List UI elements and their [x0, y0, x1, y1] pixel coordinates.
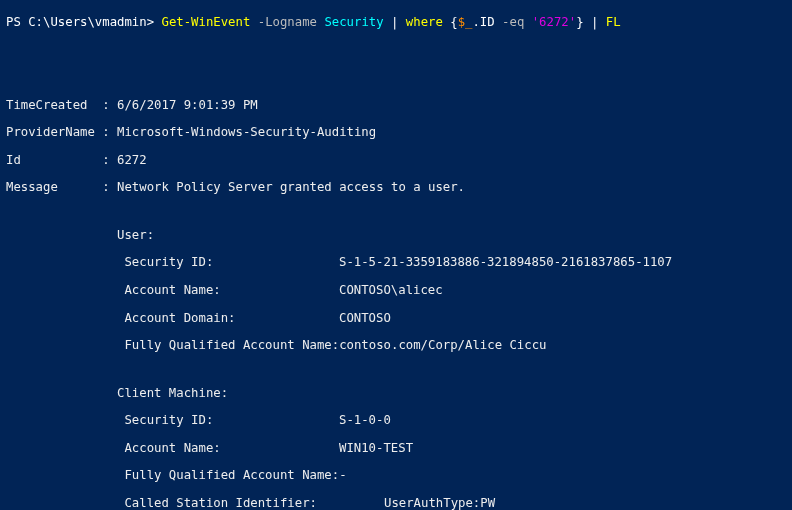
param-logname: -Logname: [258, 15, 325, 29]
value: -: [339, 468, 346, 482]
value: 6272: [117, 153, 147, 167]
prompt: PS C:\Users\vmadmin>: [6, 15, 161, 29]
pipe: |: [391, 15, 406, 29]
value: 6/6/2017 9:01:39 PM: [117, 98, 258, 112]
value: CONTOSO\alicec: [339, 283, 443, 297]
row-user-fqan: Fully Qualified Account Name:contoso.com…: [6, 339, 792, 353]
label: TimeCreated :: [6, 98, 117, 112]
row-user-acctdomain: Account Domain:CONTOSO: [6, 312, 792, 326]
row-client-acctname: Account Name:WIN10-TEST: [6, 442, 792, 456]
row-providername: ProviderName : Microsoft-Windows-Securit…: [6, 126, 792, 140]
label: Account Name:: [6, 442, 339, 456]
value: S-1-5-21-3359183886-321894850-2161837865…: [339, 255, 672, 269]
label: Account Domain:: [6, 312, 339, 326]
value: S-1-0-0: [339, 413, 391, 427]
value: CONTOSO: [339, 311, 391, 325]
row-timecreated: TimeCreated : 6/6/2017 9:01:39 PM: [6, 99, 792, 113]
row-id: Id : 6272: [6, 154, 792, 168]
dollar-underscore: $_: [458, 15, 473, 29]
label: Fully Qualified Account Name:: [6, 469, 339, 483]
row-client-called: Called Station Identifier:UserAuthType:P…: [6, 497, 792, 510]
cmdlet: Get-WinEvent: [161, 15, 257, 29]
value-6272: '6272': [532, 15, 576, 29]
label: Message :: [6, 180, 117, 194]
label: Security ID:: [6, 256, 339, 270]
value: contoso.com/Corp/Alice Ciccu: [339, 338, 546, 352]
brace-close: }: [576, 15, 591, 29]
where-cmd: where: [406, 15, 450, 29]
row-user-acctname: Account Name:CONTOSO\alicec: [6, 284, 792, 298]
terminal-output: PS C:\Users\vmadmin> Get-WinEvent -Logna…: [0, 0, 792, 510]
label: Account Name:: [6, 284, 339, 298]
label: Id :: [6, 153, 117, 167]
arg-security: Security: [324, 15, 391, 29]
fl-cmd: FL: [606, 15, 621, 29]
value: Network Policy Server granted access to …: [117, 180, 465, 194]
value: UserAuthType:PW: [384, 496, 495, 510]
label: Security ID:: [6, 414, 339, 428]
label: Called Station Identifier:: [6, 497, 384, 510]
brace-open: {: [450, 15, 457, 29]
row-client-fqan: Fully Qualified Account Name:-: [6, 469, 792, 483]
row-client-secid: Security ID:S-1-0-0: [6, 414, 792, 428]
row-message: Message : Network Policy Server granted …: [6, 181, 792, 195]
value: Microsoft-Windows-Security-Auditing: [117, 125, 376, 139]
op-eq: -eq: [502, 15, 532, 29]
row-user-secid: Security ID:S-1-5-21-3359183886-32189485…: [6, 256, 792, 270]
label: Fully Qualified Account Name:: [6, 339, 339, 353]
command-line[interactable]: PS C:\Users\vmadmin> Get-WinEvent -Logna…: [6, 16, 792, 30]
pipe2: |: [591, 15, 606, 29]
dot-id: .ID: [472, 15, 502, 29]
label: ProviderName :: [6, 125, 117, 139]
section-client: Client Machine:: [6, 387, 792, 401]
value: WIN10-TEST: [339, 441, 413, 455]
section-user: User:: [6, 229, 792, 243]
